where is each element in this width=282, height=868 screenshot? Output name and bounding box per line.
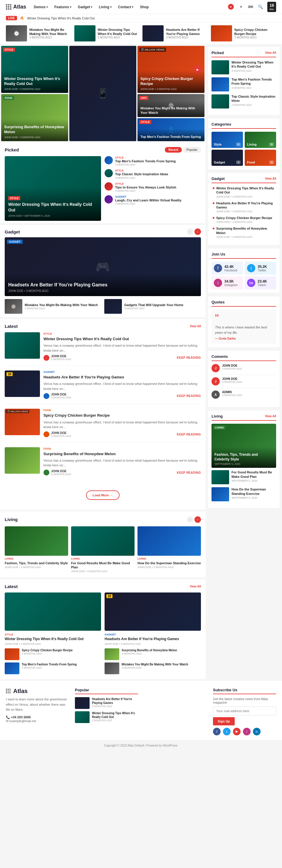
latest2-title-col2[interactable]: Headsets Are Better If You're Playing Ga… (105, 637, 201, 642)
sidebar-picked-item-2[interactable]: Top Classic Style Inspiration Ideas 3 MO… (211, 94, 276, 108)
read-more-1[interactable]: KEEP READING (177, 394, 201, 398)
living-tag-0: LIVING (5, 557, 68, 560)
read-more-3[interactable]: KEEP READING (177, 471, 201, 474)
featured-item-4[interactable]: ⌚ HOT Mistakes You Might Be Making With … (138, 94, 205, 117)
living-prev-btn[interactable]: ‹ (187, 516, 193, 523)
latest-title-1[interactable]: Headsets Are Better If You're Playing Ga… (43, 375, 201, 380)
latest2-img-col1[interactable] (5, 592, 101, 631)
living-item-0[interactable]: LIVING Fashion, Tips, Trends and Celebri… (5, 526, 68, 573)
latest-title-0[interactable]: Winter Dressing Tips When It's Really Co… (43, 336, 201, 342)
footer-instagram-icon[interactable]: i (243, 728, 251, 735)
social-twitch[interactable]: tw 23.4K Twitch (245, 276, 276, 289)
latest-img-0[interactable] (5, 332, 40, 359)
living-sidebar-item-1[interactable]: How Do the Superman Standing Exercise SE… (211, 487, 276, 501)
footer-facebook-icon[interactable]: f (213, 728, 221, 735)
nav-features[interactable]: Features ▾ (51, 3, 74, 11)
footer-youtube-icon[interactable]: ▶ (233, 728, 241, 735)
latest2-title-col1[interactable]: Winter Dressing Tips When It's Really Co… (5, 637, 101, 642)
latest2-sub-item-col2-1[interactable]: Mistakes You Might Be Making With Your W… (105, 662, 201, 674)
social-twitter[interactable]: t 35.2K Twitter (245, 262, 276, 275)
featured-item-2[interactable]: 🎬 MILLION VIEWS ▶ Spicy Crispy Chicken B… (138, 46, 205, 93)
latest-img-1[interactable]: 10 (5, 371, 40, 397)
author-avatar-2 (43, 431, 49, 437)
sidebar-picked-view-all[interactable]: View All (265, 51, 276, 54)
gadget-list-item-2[interactable]: Spicy Crispy Chicken Burger Recipe JOHN … (211, 216, 276, 223)
cat-gadget[interactable]: Gadget 4 (211, 150, 243, 166)
featured-item-0[interactable]: STYLE Winter Dressing Tips When It's Rea… (1, 46, 68, 93)
nav-gadget[interactable]: Gadget ▾ (75, 3, 95, 11)
living-item-2[interactable]: LIVING How Do the Superman Standing Exer… (138, 526, 201, 573)
hero-strip-item-1[interactable]: Winter Dressing Tips When It's Really Co… (74, 25, 140, 41)
footer-popular-item-0[interactable]: Headsets Are Better If You're Playing Ga… (75, 697, 138, 709)
latest-excerpt-1: Venus has a runaway greenhouse effect. I… (43, 381, 201, 391)
notification-badge[interactable]: ♥ (228, 4, 234, 10)
living-next-btn[interactable]: › (195, 516, 201, 523)
subscribe-email-input[interactable] (213, 707, 276, 715)
featured-item-3[interactable]: FOOD Surprising Benefits of Honeydew Mel… (1, 94, 68, 141)
search-icon[interactable]: 🔍 (256, 3, 265, 11)
featured-right-stack: ⌚ HOT Mistakes You Might Be Making With … (138, 94, 205, 141)
latest-img-3[interactable] (5, 447, 40, 474)
picked-list-item-3[interactable]: GADGET Laugh, Cry and Learn Within Virtu… (105, 195, 201, 205)
latest-img-2[interactable]: 🎬 MILLION VIEWS (5, 409, 40, 435)
social-facebook[interactable]: f 42.4K Facebook (211, 262, 243, 275)
living-item-1[interactable]: LIVING For Good Results Must Be Make Goo… (71, 526, 135, 573)
picked-list-item-0[interactable]: STYLE Top Men's Fashion Trends From Spri… (105, 156, 201, 166)
hero-strip-item-3[interactable]: Spicy Crispy Chicken Burger Recipe 3 MON… (211, 25, 276, 41)
tab-recent[interactable]: Recent (165, 147, 181, 153)
sidebar-picked-item-0[interactable]: Winter Dressing Tips When It's Really Co… (211, 60, 276, 74)
living-sidebar-item-0[interactable]: For Good Results Must Be Make Good Plan … (211, 470, 276, 484)
load-more-button[interactable]: Load More → (86, 491, 119, 500)
sidebar-gadget-view-all[interactable]: View All (265, 177, 276, 180)
picked-list-item-1[interactable]: STYLE Top Classic Style Inspiration Idea… (105, 169, 201, 179)
cat-living[interactable]: Living 4 (245, 132, 276, 148)
living-sidebar-main[interactable]: LIVING Fashion, Tips, Trends and Celebri… (211, 424, 276, 468)
subscribe-button[interactable]: Sign Up (213, 717, 235, 725)
social-instagram[interactable]: i 34.5K Instagram (211, 276, 243, 289)
footer-popular-item-1[interactable]: Winter Dressing Tips When It's Really Co… (75, 711, 138, 723)
hero-strip-item-0[interactable]: ⌚ Mistakes You Might Be Making With Your… (6, 25, 71, 41)
read-more-2[interactable]: KEEP READING (177, 433, 201, 436)
gadget-next-btn[interactable]: › (195, 228, 201, 235)
read-more-0[interactable]: KEEP READING (177, 356, 201, 359)
sidebar-picked-item-1[interactable]: Top Men's Fashion Trends From Spring 3 M… (211, 78, 276, 91)
gadget-prev-btn[interactable]: ‹ (187, 228, 193, 235)
nav-shop[interactable]: Shop (137, 3, 151, 11)
quotes-title: Quotes (211, 300, 276, 307)
site-logo[interactable]: Atlas (6, 4, 26, 10)
latest-title-2[interactable]: Spicy Crispy Chicken Burger Recipe (43, 413, 201, 418)
featured-item-5[interactable]: 👤 STYLE Top Men's Fashion Trends From Sp… (138, 118, 205, 141)
featured-item-1[interactable]: 📱 (69, 46, 136, 141)
latest2-sub-item-col2-0[interactable]: Surprising Benefits of Honeydew Melon 3 … (105, 648, 201, 660)
latest-view-all[interactable]: View All (190, 324, 201, 328)
latest2-sub-item-col1-1[interactable]: Top Men's Fashion Trends From Spring 3 M… (5, 662, 101, 674)
footer-logo[interactable]: Atlas (6, 688, 69, 694)
tab-popular[interactable]: Popular (183, 147, 201, 153)
latest-author-1: JOHN DOE 3 MONTHS AGO KEEP READING (43, 393, 201, 399)
gadget-list-item-3[interactable]: Surprising Benefits of Honeydew Melon JO… (211, 226, 276, 239)
footer-linkedin-icon[interactable]: in (253, 728, 260, 735)
nav-contact[interactable]: Contact ▾ (115, 3, 137, 11)
footer-grid-icon (6, 689, 10, 693)
latest2-tag-col2: GADGET (105, 633, 201, 636)
x-icon[interactable]: ✕ (237, 3, 245, 11)
gadget-list-item-0[interactable]: Winter Dressing Tips When It's Really Co… (211, 186, 276, 198)
gadget-sub-0[interactable]: ⌚ Mistakes You Might Be Making With Your… (5, 299, 101, 314)
cat-style[interactable]: Style 4 (211, 132, 243, 148)
picked-list-item-2[interactable]: STYLE Tips to Ensure You Always Look Sty… (105, 182, 201, 192)
latest2-img-col2[interactable]: 10 (105, 592, 201, 631)
nav-demos[interactable]: Demos ▾ (31, 3, 51, 11)
hero-strip-item-2[interactable]: Headsets Are Better If You're Playing Ga… (142, 25, 208, 41)
gadget-list-item-1[interactable]: Headsets Are Better If You're Playing Ga… (211, 201, 276, 213)
latest2-view-all[interactable]: View All (190, 585, 201, 588)
cat-food[interactable]: Food 4 (245, 150, 276, 166)
footer-twitter-icon[interactable]: t (223, 728, 231, 735)
latest2-sub-item-col1-0[interactable]: Spicy Crispy Chicken Burger Recipe 3 MON… (5, 648, 101, 660)
picked-main-article[interactable]: STYLE Winter Dressing Tips When It's Rea… (5, 156, 101, 221)
latest-title-3[interactable]: Surprising Benefits of Honeydew Melon (43, 451, 201, 457)
gadget-hero[interactable]: 🎮 GADGET Headsets Are Better If You're P… (5, 237, 201, 296)
gadget-sub-1[interactable]: Gadgets That Will Upgrade Your Home 3 MO… (104, 299, 201, 314)
nav-living[interactable]: Living ▾ (96, 3, 114, 11)
sidebar-living-view-all[interactable]: View All (265, 414, 276, 418)
latest2-sub-img-col2-0 (105, 648, 119, 660)
